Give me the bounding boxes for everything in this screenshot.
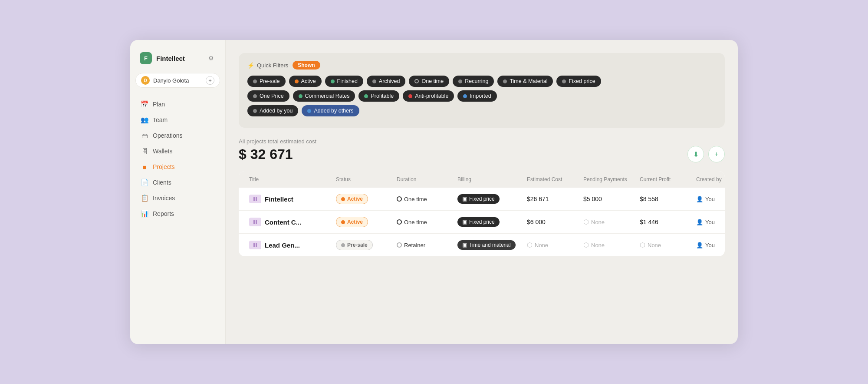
billing-badge: ▣ Fixed price	[457, 194, 500, 204]
td-status: Active	[332, 194, 393, 204]
sidebar-item-wallets[interactable]: 🗄 Wallets	[135, 143, 220, 159]
td-pending-payments: ⬡ None	[580, 218, 636, 226]
status-dot	[341, 243, 345, 247]
add-project-button[interactable]: +	[708, 146, 725, 162]
chip-commercial-rates[interactable]: Commercial Rates	[293, 90, 355, 102]
none-icon: ⬡	[583, 218, 589, 226]
chip-anti-profitable[interactable]: Anti-profitable	[403, 90, 454, 102]
chip-added-by-others[interactable]: Added by others	[302, 105, 359, 116]
plan-icon: 📅	[141, 100, 148, 108]
td-title: Content C...	[246, 218, 332, 226]
chip-active[interactable]: Active	[289, 76, 322, 87]
sidebar-label-invoices: Invoices	[153, 195, 175, 202]
chip-pre-sale[interactable]: Pre-sale	[247, 76, 286, 87]
icon-bar	[253, 197, 255, 201]
sidebar-label-wallets: Wallets	[153, 148, 172, 155]
chip-added-by-you[interactable]: Added by you	[247, 105, 298, 116]
billing-icon: ▣	[462, 196, 467, 202]
icon-bar	[253, 243, 255, 247]
action-buttons: ⬇ +	[687, 146, 725, 162]
table-row[interactable]: Fintellect Active One time ▣ Fix	[239, 188, 725, 211]
td-title: Fintellect	[246, 195, 332, 203]
chip-time-material[interactable]: Time & Material	[497, 76, 553, 87]
td-status: Pre-sale	[332, 240, 393, 250]
duration-icon	[397, 242, 402, 248]
sidebar-label-team: Team	[153, 116, 168, 123]
reports-icon: 📊	[141, 210, 148, 218]
team-icon: 👥	[141, 116, 148, 124]
table-row[interactable]: Content C... Active One time ▣ F	[239, 211, 725, 234]
chip-dot-addedbyothers	[307, 109, 311, 113]
status-badge-active: Active	[336, 194, 368, 204]
add-user-icon[interactable]: +	[206, 76, 214, 85]
download-button[interactable]: ⬇	[687, 146, 704, 162]
td-pending-payments: ⬡ None	[580, 241, 636, 249]
icon-bar	[256, 220, 257, 224]
td-created-by: 👤 You	[693, 219, 725, 225]
clients-icon: 📄	[141, 179, 148, 186]
duration-icon	[397, 196, 402, 202]
sidebar-label-projects: Projects	[153, 163, 175, 170]
sidebar-item-clients[interactable]: 📄 Clients	[135, 175, 220, 190]
billing-icon: ▣	[462, 219, 467, 225]
project-name: Lead Gen...	[265, 242, 300, 249]
chip-dot-addedbyyou	[253, 109, 257, 113]
chip-one-time[interactable]: One time	[409, 76, 449, 87]
chip-profitable[interactable]: Profitable	[358, 90, 399, 102]
main-content: ⚡ Quick Filters Shown Pre-sale Active Fi…	[226, 40, 738, 344]
wallets-icon: 🗄	[141, 147, 148, 155]
td-duration: One time	[393, 219, 454, 225]
chip-fixed-price[interactable]: Fixed price	[556, 76, 601, 87]
created-icon: 👤	[696, 219, 703, 225]
user-pill[interactable]: D Danylo Golota +	[135, 73, 220, 88]
status-badge-presale: Pre-sale	[336, 240, 373, 250]
sidebar-nav: 📅 Plan 👥 Team 🗃 Operations 🗄 Wallets ■ P…	[135, 96, 220, 222]
none-icon: ⬡	[527, 241, 533, 249]
td-pending-payments: $5 000	[580, 195, 636, 202]
app-settings-icon[interactable]: ⚙	[206, 53, 216, 63]
quick-filters-header: ⚡ Quick Filters Shown	[247, 61, 716, 70]
chip-dot-archived	[372, 79, 376, 83]
sidebar-item-invoices[interactable]: 📋 Invoices	[135, 190, 220, 206]
filter-icon: ⚡	[247, 62, 254, 69]
sidebar-item-reports[interactable]: 📊 Reports	[135, 206, 220, 222]
td-billing: ▣ Time and material	[454, 240, 523, 250]
chip-dot-finished	[331, 79, 335, 83]
chip-archived[interactable]: Archived	[367, 76, 406, 87]
sidebar-item-operations[interactable]: 🗃 Operations	[135, 128, 220, 143]
none-icon: ⬡	[640, 241, 645, 249]
projects-icon: ■	[141, 163, 148, 171]
chip-recurring[interactable]: Recurring	[453, 76, 494, 87]
chip-dot-profitable	[364, 94, 368, 98]
th-created-by: Created by	[693, 176, 725, 182]
td-created-by: 👤 You	[693, 242, 725, 248]
td-billing: ▣ Fixed price	[454, 217, 523, 227]
chip-finished[interactable]: Finished	[325, 76, 363, 87]
sidebar-item-team[interactable]: 👥 Team	[135, 112, 220, 128]
app-container: F Fintellect ⚙ D Danylo Golota + 📅 Plan …	[130, 40, 738, 344]
filter-row-2: One Price Commercial Rates Profitable An…	[247, 90, 716, 102]
user-avatar: D	[141, 76, 150, 85]
sidebar-label-plan: Plan	[153, 101, 165, 108]
created-icon: 👤	[696, 242, 703, 248]
table-row[interactable]: Lead Gen... Pre-sale Retainer ▣	[239, 234, 725, 256]
sidebar-item-plan[interactable]: 📅 Plan	[135, 96, 220, 112]
shown-badge[interactable]: Shown	[293, 61, 320, 70]
status-dot	[341, 220, 345, 224]
app-name: Fintellect	[156, 55, 185, 62]
chip-dot-commercialrates	[299, 94, 302, 98]
project-icon	[249, 195, 261, 203]
filter-row-3: Added by you Added by others	[247, 105, 716, 116]
project-title-cell: Fintellect	[249, 195, 329, 203]
project-title-cell: Lead Gen...	[249, 241, 329, 249]
td-current-profit: ⬡ None	[636, 241, 693, 249]
icon-bar	[256, 243, 257, 247]
sidebar-item-projects[interactable]: ■ Projects	[135, 159, 220, 175]
project-title-cell: Content C...	[249, 218, 329, 226]
sidebar-label-reports: Reports	[153, 210, 174, 217]
td-estimated-cost: $26 671	[523, 195, 580, 202]
chip-imported[interactable]: Imported	[457, 90, 496, 102]
td-duration: One time	[393, 196, 454, 202]
sidebar: F Fintellect ⚙ D Danylo Golota + 📅 Plan …	[130, 40, 226, 344]
chip-one-price[interactable]: One Price	[247, 90, 289, 102]
